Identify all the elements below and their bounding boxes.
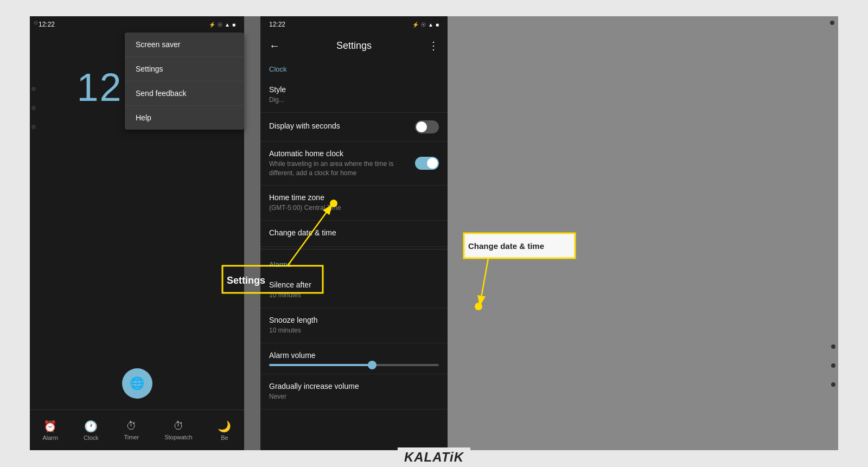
settings-home-timezone[interactable]: Home time zone (GMT-5:00) Central Time	[260, 185, 448, 221]
battery-icon: ⚡	[209, 22, 215, 28]
nav-alarm-label: Alarm	[42, 434, 58, 441]
volume-slider[interactable]	[269, 364, 439, 366]
settings-gradual-volume[interactable]: Gradually increase volume Never	[260, 374, 448, 410]
status-time-right: 12:22	[269, 21, 285, 28]
settings-snooze-length[interactable]: Snooze length 10 minutes	[260, 308, 448, 343]
more-button[interactable]: ⋮	[428, 39, 439, 52]
snooze-subtitle: 10 minutes	[269, 326, 439, 335]
network-icon: ■	[232, 22, 235, 28]
stopwatch-icon: ⏱	[173, 420, 184, 432]
settings-auto-home-clock[interactable]: Automatic home clock While traveling in …	[260, 142, 448, 186]
toggle-display-seconds[interactable]	[415, 120, 439, 133]
toggle-knob-auto	[427, 158, 438, 169]
nav-clock[interactable]: 🕐 Clock	[84, 420, 99, 441]
nav-bedtime[interactable]: 🌙 Be	[218, 420, 231, 441]
right-screen: 12:22 ⚡ ☉ ▲ ■ ← Settings ⋮ Clock	[260, 16, 448, 450]
signal-icon-r: ☉	[421, 22, 426, 28]
left-screen: 12:22 ⚡ ☉ ▲ ■ 12:2— Fri, Jul	[30, 16, 244, 450]
style-title: Style	[269, 85, 439, 94]
alarm-volume-title: Alarm volume	[269, 351, 439, 360]
status-icons-left: ⚡ ☉ ▲ ■	[209, 22, 235, 28]
right-strip	[448, 16, 838, 450]
settings-header: ← Settings ⋮	[260, 33, 448, 56]
style-subtitle: Dig...	[269, 95, 439, 105]
status-time-left: 12:22	[39, 21, 55, 28]
menu-settings[interactable]: Settings	[125, 57, 244, 81]
menu-screen-saver[interactable]: Screen saver	[125, 33, 244, 57]
back-button[interactable]: ←	[269, 40, 280, 52]
silence-after-subtitle: 10 minutes	[269, 291, 439, 300]
display-seconds-title: Display with seconds	[269, 121, 340, 130]
middle-divider	[244, 16, 260, 450]
nav-stopwatch-label: Stopwatch	[164, 434, 192, 440]
nav-timer-label: Timer	[124, 434, 139, 440]
snooze-title: Snooze length	[269, 316, 439, 324]
side-dot-right-3	[831, 382, 835, 387]
home-timezone-subtitle: (GMT-5:00) Central Time	[269, 203, 439, 213]
section-divider-1	[260, 249, 448, 250]
battery-icon-r: ⚡	[412, 22, 419, 28]
wifi-icon-r: ▲	[428, 22, 433, 28]
network-icon-r: ■	[436, 22, 439, 28]
side-dot-left-3	[31, 125, 36, 129]
menu-help[interactable]: Help	[125, 106, 244, 130]
nav-alarm[interactable]: ⏰ Alarm	[42, 420, 58, 441]
settings-change-date-time[interactable]: Change date & time	[260, 221, 448, 247]
slider-fill	[269, 364, 371, 366]
bedtime-icon: 🌙	[218, 420, 231, 433]
silence-after-title: Silence after	[269, 280, 439, 289]
main-content: 12:22 ⚡ ☉ ▲ ■ 12:2— Fri, Jul	[30, 16, 838, 450]
gradual-volume-title: Gradually increase volume	[269, 382, 439, 391]
timer-icon: ⏱	[126, 420, 137, 432]
change-date-time-title: Change date & time	[269, 228, 439, 237]
nav-stopwatch[interactable]: ⏱ Stopwatch	[164, 420, 192, 440]
side-dot-right-2	[831, 363, 835, 368]
side-dot-right-1	[831, 344, 835, 349]
dropdown-menu: Screen saver Settings Send feedback Help	[125, 33, 244, 130]
section-alarms-title: Alarms	[260, 252, 448, 273]
right-phone-panel: 12:22 ⚡ ☉ ▲ ■ ← Settings ⋮ Clock	[260, 16, 448, 450]
settings-content: Clock Style Dig... Display with seconds	[260, 56, 448, 450]
gradual-volume-subtitle: Never	[269, 392, 439, 401]
settings-display-seconds[interactable]: Display with seconds	[260, 113, 448, 142]
nav-clock-label: Clock	[84, 434, 99, 441]
status-icons-right: ⚡ ☉ ▲ ■	[412, 22, 439, 28]
signal-icon: ☉	[218, 22, 222, 28]
status-bar-right: 12:22 ⚡ ☉ ▲ ■	[260, 16, 448, 33]
corner-dot-tl	[34, 21, 38, 25]
globe-icon: 🌐	[130, 376, 144, 391]
auto-home-title: Automatic home clock	[269, 149, 409, 158]
side-dot-left-2	[31, 106, 36, 110]
corner-dot-tr	[830, 21, 834, 25]
status-bar-left: 12:22 ⚡ ☉ ▲ ■	[30, 16, 244, 33]
alarm-icon: ⏰	[43, 420, 57, 433]
watermark: KALATiK	[398, 447, 470, 467]
nav-timer[interactable]: ⏱ Timer	[124, 420, 139, 440]
clock-main-area: 12:2— Fri, Jul Screen saver Settings Sen…	[30, 33, 244, 410]
side-dot-left-1	[31, 87, 36, 91]
nav-bedtime-label: Be	[221, 434, 228, 441]
clock-icon: 🕐	[84, 420, 98, 433]
wifi-icon: ▲	[225, 22, 230, 28]
auto-home-subtitle: While traveling in an area where the tim…	[269, 159, 409, 178]
settings-style[interactable]: Style Dig...	[260, 78, 448, 113]
toggle-knob-seconds	[416, 121, 427, 132]
menu-send-feedback[interactable]: Send feedback	[125, 81, 244, 106]
settings-silence-after[interactable]: Silence after 10 minutes	[260, 273, 448, 308]
slider-knob[interactable]	[368, 361, 376, 369]
fab-globe-button[interactable]: 🌐	[122, 368, 152, 399]
section-clock-title: Clock	[260, 56, 448, 78]
settings-title: Settings	[336, 40, 372, 52]
home-timezone-title: Home time zone	[269, 193, 439, 202]
bottom-nav-left: ⏰ Alarm 🕐 Clock ⏱ Timer ⏱ Stopwatch 🌙	[30, 410, 244, 450]
settings-alarm-volume[interactable]: Alarm volume	[260, 343, 448, 374]
toggle-auto-home[interactable]	[415, 157, 439, 170]
left-phone-panel: 12:22 ⚡ ☉ ▲ ■ 12:2— Fri, Jul	[30, 16, 244, 450]
